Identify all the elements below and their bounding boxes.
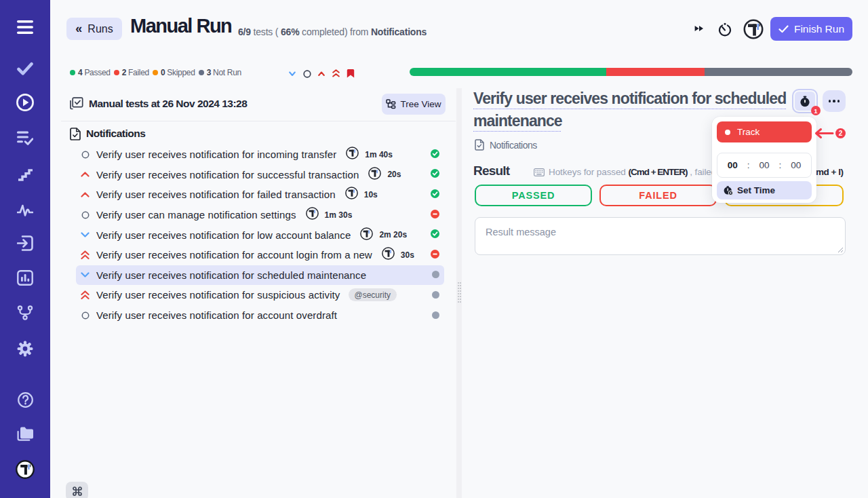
svg-text:2: 2: [839, 130, 843, 137]
